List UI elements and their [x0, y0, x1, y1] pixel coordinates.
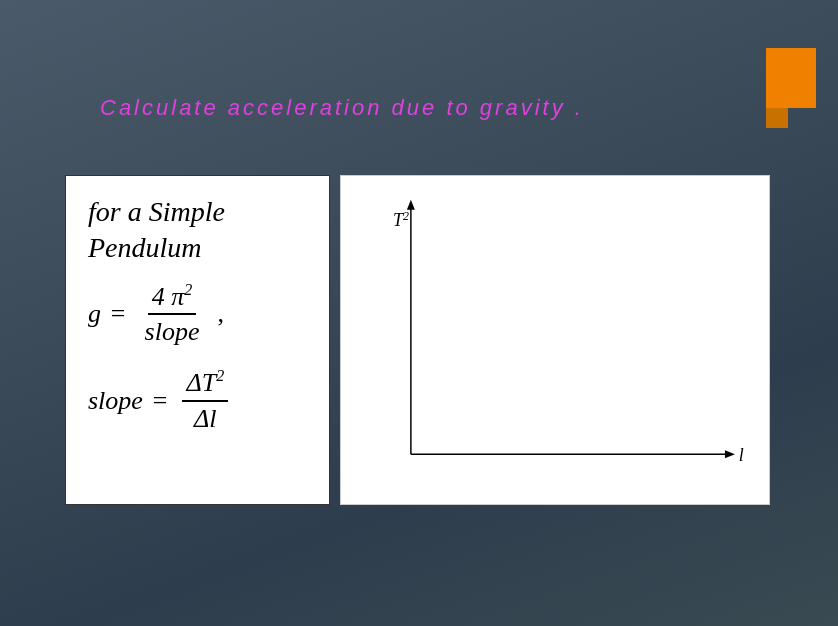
slope-fraction: ΔT2 Δl	[182, 367, 228, 434]
svg-text:T2: T2	[393, 209, 409, 230]
svg-marker-3	[725, 450, 735, 458]
page-title: Calculate acceleration due to gravity .	[100, 95, 584, 121]
formula-header: for a Simple Pendulum	[88, 194, 307, 267]
graph-card: T2 l	[340, 175, 770, 505]
slope-equation: slope = ΔT2 Δl	[88, 367, 307, 434]
g-symbol: g	[88, 299, 101, 329]
g-numerator: 4 π2	[148, 281, 197, 316]
slope-numerator: ΔT2	[182, 367, 228, 402]
slope-denominator: Δl	[190, 402, 220, 434]
slope-symbol: slope	[88, 386, 143, 416]
equals-sign: =	[109, 299, 127, 329]
svg-text:l: l	[739, 445, 744, 465]
g-equation: g = 4 π2 slope ,	[88, 281, 307, 348]
formula-card: for a Simple Pendulum g = 4 π2 slope , s…	[65, 175, 330, 505]
pi-squared: 2	[184, 281, 192, 298]
comma: ,	[217, 299, 224, 329]
t-squared: 2	[216, 367, 224, 384]
accent-rect-bright	[766, 48, 816, 108]
slope-equals: =	[151, 386, 169, 416]
g-denominator: slope	[141, 315, 204, 347]
graph-svg: T2 l	[341, 176, 769, 504]
g-fraction: 4 π2 slope	[141, 281, 204, 348]
